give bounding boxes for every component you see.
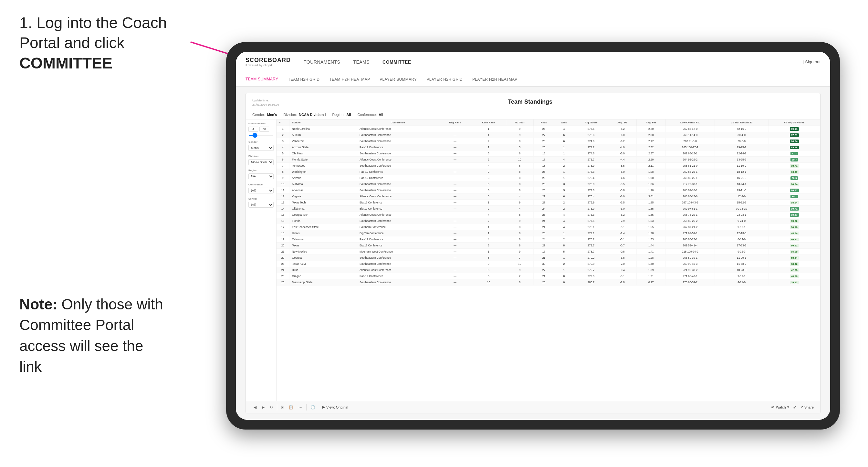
cell-rank: 18 bbox=[277, 230, 289, 237]
cell-rnds: 23 bbox=[534, 230, 554, 237]
view-original-button[interactable]: ▶ View: Original bbox=[322, 405, 348, 409]
cell-conference: Mountain West Conference bbox=[357, 249, 439, 255]
cell-reg-rank: — bbox=[439, 261, 471, 267]
cell-low-overall: 215 109-24-2 bbox=[665, 249, 715, 255]
score-badge: 65.02 bbox=[790, 219, 799, 223]
cell-avg-sg: -3.5 bbox=[608, 181, 637, 187]
cell-adj-score: 273.5 bbox=[574, 126, 608, 132]
cell-low-overall: 267 104-43-3 bbox=[665, 199, 715, 206]
cell-vs-top25: 23-23-1 bbox=[715, 212, 768, 218]
toolbar-expand[interactable]: ⤢ bbox=[792, 404, 798, 410]
cell-rnds: 23 bbox=[534, 279, 554, 285]
nav-committee[interactable]: COMMITTEE bbox=[382, 57, 411, 67]
sub-nav-player-h2h-grid[interactable]: PLAYER H2H GRID bbox=[426, 76, 463, 83]
division-select[interactable]: NCAA Division I bbox=[248, 159, 274, 165]
rounds-range-slider[interactable] bbox=[248, 135, 274, 136]
cell-conf-rank: 1 bbox=[471, 224, 506, 230]
toolbar-clock[interactable]: 🕐 bbox=[309, 404, 317, 410]
cell-wins: 2 bbox=[554, 237, 574, 243]
note-label: Note: bbox=[20, 296, 58, 313]
conference-select[interactable]: (All) bbox=[248, 188, 274, 193]
cell-low-overall: 268 83-15-0 bbox=[665, 193, 715, 199]
toolbar-back[interactable]: ◀ bbox=[252, 404, 258, 410]
min-rounds-min[interactable] bbox=[248, 127, 258, 132]
sub-nav-player-h2h-heatmap[interactable]: PLAYER H2H HEATMAP bbox=[472, 76, 518, 83]
sub-nav-team-summary[interactable]: TEAM SUMMARY bbox=[246, 75, 278, 83]
nav-tournaments[interactable]: TOURNAMENTS bbox=[304, 57, 340, 67]
cell-rank: 25 bbox=[277, 273, 289, 279]
table-scroll[interactable]: # School Conference Reg Rank Conf Rank N… bbox=[277, 120, 820, 401]
cell-avg-sg: -5.0 bbox=[608, 151, 637, 157]
school-select[interactable]: (All) bbox=[248, 202, 274, 208]
cell-no-tour: 9 bbox=[506, 218, 534, 224]
gender-select[interactable]: Men's bbox=[248, 145, 274, 151]
cell-vs-top25: 28-6-0 bbox=[715, 138, 768, 144]
cell-conference: Southeastern Conference bbox=[357, 163, 439, 169]
cell-no-tour: 8 bbox=[506, 230, 534, 237]
division-control-label: Division bbox=[248, 155, 274, 158]
cell-reg-rank: — bbox=[439, 144, 471, 151]
min-rounds-slider[interactable] bbox=[248, 133, 274, 136]
cell-conference: Pac-12 Conference bbox=[357, 273, 439, 279]
watch-button[interactable]: 👁 Watch ▾ bbox=[771, 405, 789, 409]
cell-no-tour: 8 bbox=[506, 224, 534, 230]
cell-conf-rank: 3 bbox=[471, 151, 506, 157]
cell-rank: 1 bbox=[277, 126, 289, 132]
cell-avg-sg: -0.4 bbox=[608, 267, 637, 273]
cell-avg-par: 1.41 bbox=[637, 249, 665, 255]
toolbar-refresh[interactable]: ↻ bbox=[269, 404, 274, 410]
cell-conf-rank: 3 bbox=[471, 193, 506, 199]
table-row: 26 Mississippi State Southeastern Confer… bbox=[277, 279, 820, 285]
cell-no-tour: 8 bbox=[506, 237, 534, 243]
cell-vs-top25: 9-12-3 bbox=[715, 249, 768, 255]
update-time: Update time: 27/03/2024 16:56:26 bbox=[252, 98, 279, 106]
nav-teams[interactable]: TEAMS bbox=[353, 57, 370, 67]
cell-no-tour: 8 bbox=[506, 175, 534, 181]
cell-school: Arizona bbox=[289, 175, 356, 181]
cell-school: East Tennessee State bbox=[289, 224, 356, 230]
cell-avg-par: 2.11 bbox=[637, 163, 665, 169]
table-row: 20 Texas Big 12 Conference — 3 8 27 8 27… bbox=[277, 243, 820, 249]
sub-nav-team-h2h-grid[interactable]: TEAM H2H GRID bbox=[288, 76, 319, 83]
cell-reg-rank: — bbox=[439, 249, 471, 255]
col-avg-par: Avg. Par bbox=[637, 120, 665, 126]
cell-school: North Carolina bbox=[289, 126, 356, 132]
sub-nav-player-summary[interactable]: PLAYER SUMMARY bbox=[379, 76, 417, 83]
update-time-label: Update time: bbox=[252, 99, 269, 102]
cell-school: Illinois bbox=[289, 230, 356, 237]
cell-rnds: 27 bbox=[534, 199, 554, 206]
cell-rnds: 27 bbox=[534, 132, 554, 138]
cell-rank: 10 bbox=[277, 181, 289, 187]
min-rounds-max[interactable] bbox=[259, 127, 269, 132]
sign-out-button[interactable]: Sign out bbox=[803, 59, 820, 64]
cell-conference: Southeastern Conference bbox=[357, 279, 439, 285]
school-control-label: School bbox=[248, 197, 274, 200]
cell-wins: 0 bbox=[554, 279, 574, 285]
cell-rank: 17 bbox=[277, 224, 289, 230]
cell-conf-rank: 5 bbox=[471, 181, 506, 187]
cell-low-overall: 267 87-21-2 bbox=[665, 224, 715, 230]
score-badge: 71.7 bbox=[790, 152, 798, 155]
sub-nav-team-h2h-heatmap[interactable]: TEAM H2H HEATMAP bbox=[329, 76, 370, 83]
toolbar-more[interactable]: ⋯ bbox=[297, 404, 304, 410]
min-rounds-control: Minimum Rou... bbox=[248, 122, 274, 136]
toolbar-forward[interactable]: ▶ bbox=[260, 404, 266, 410]
toolbar-paste[interactable]: 📋 bbox=[287, 404, 294, 410]
cell-adj-score: 279.9 bbox=[574, 261, 608, 267]
cell-low-overall: 262 88-17-0 bbox=[665, 126, 715, 132]
score-badge: 60.91 bbox=[790, 244, 799, 247]
cell-avg-par: 2.77 bbox=[637, 138, 665, 144]
cell-rnds: 17 bbox=[534, 249, 554, 255]
cell-low-overall: 266 59-39-1 bbox=[665, 255, 715, 261]
toolbar-copy[interactable]: ⎘ bbox=[280, 404, 285, 410]
cell-low-overall: 265 100-27-1 bbox=[665, 144, 715, 151]
cell-vs-top50: 60.16 bbox=[769, 224, 820, 230]
region-select[interactable]: N/A bbox=[248, 174, 274, 179]
cell-low-overall: 260 117-4-0 bbox=[665, 132, 715, 138]
cell-rnds: 23 bbox=[534, 181, 554, 187]
cell-rnds: 27 bbox=[534, 243, 554, 249]
share-button[interactable]: ↗ Share bbox=[800, 405, 814, 409]
cell-avg-par: 1.28 bbox=[637, 230, 665, 237]
table-row: 2 Auburn Southeastern Conference — 1 9 2… bbox=[277, 132, 820, 138]
cell-avg-par: 1.39 bbox=[637, 267, 665, 273]
